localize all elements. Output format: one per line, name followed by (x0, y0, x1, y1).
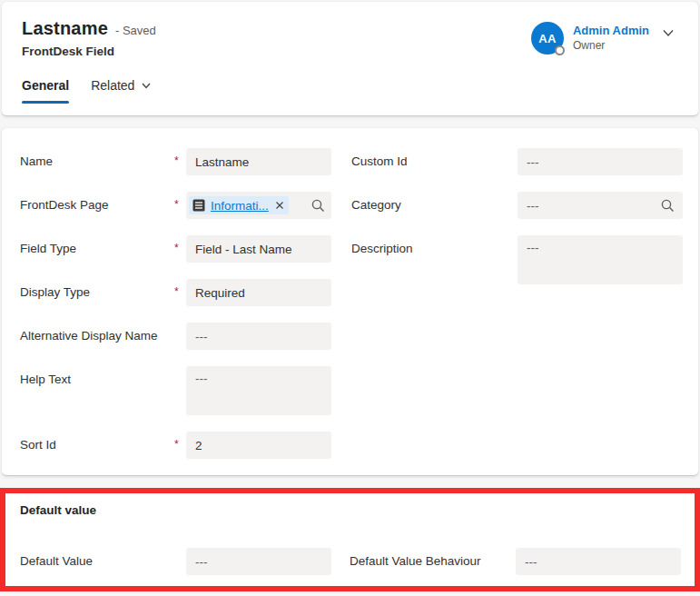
category-lookup[interactable]: --- (518, 192, 683, 219)
field-value: --- (195, 372, 208, 385)
default-value-row: Default Value --- Default Value Behaviou… (20, 548, 681, 575)
field-row-help-text: Help Text --- (20, 366, 333, 415)
tab-general[interactable]: General (22, 78, 69, 104)
default-value-input[interactable]: --- (186, 548, 331, 575)
field-value: Lastname (195, 155, 249, 169)
user-name[interactable]: Admin Admin (573, 23, 649, 38)
form-column-left: Name * Lastname FrontDesk Page * Informa… (20, 148, 333, 459)
field-label: Sort Id (20, 432, 174, 452)
lookup-record-link[interactable]: Informati... (211, 199, 269, 213)
required-asterisk: * (174, 192, 186, 211)
display-type-input[interactable]: Required (186, 279, 331, 306)
field-value: Required (195, 286, 245, 300)
field-row-default-value: Default Value --- (20, 548, 331, 575)
avatar-initials: AA (538, 32, 556, 45)
entity-label: FrontDesk Field (22, 45, 114, 58)
section-heading: Default value (20, 503, 96, 517)
field-row-field-type: Field Type * Field - Last Name (20, 235, 333, 263)
field-label: Default Value Behaviour (350, 548, 516, 575)
search-icon[interactable] (311, 198, 326, 214)
field-value: --- (195, 330, 208, 343)
name-input[interactable]: Lastname (186, 148, 331, 175)
record-header-card: Lastname - Saved FrontDesk Field General… (2, 2, 698, 115)
avatar[interactable]: AA (531, 22, 564, 55)
description-input[interactable]: --- (518, 235, 683, 284)
field-row-description: Description --- (351, 235, 684, 284)
header-expand-button[interactable] (660, 25, 676, 41)
required-asterisk: * (174, 235, 186, 254)
field-label: Default Value (20, 548, 186, 575)
presence-badge-icon (555, 45, 565, 55)
chevron-down-icon (660, 25, 676, 41)
tab-general-label: General (22, 78, 69, 93)
save-status: - Saved (115, 24, 156, 37)
required-asterisk: * (174, 148, 186, 167)
field-row-frontdesk-page: FrontDesk Page * Informati... (20, 192, 333, 219)
page: { "header": { "title": "Lastname", "save… (0, 0, 700, 596)
field-value: 2 (195, 439, 202, 452)
help-text-input[interactable]: --- (186, 366, 331, 415)
tab-bar: General Related (22, 78, 152, 104)
lookup-selected-pill: Informati... (189, 196, 289, 214)
field-value: --- (527, 155, 539, 169)
owner-user-area[interactable]: AA Admin Admin Owner (531, 22, 649, 55)
field-label: Field Type (20, 235, 174, 256)
sort-id-input[interactable]: 2 (186, 432, 331, 459)
field-value: --- (195, 555, 208, 569)
field-value: Field - Last Name (195, 243, 292, 256)
form-column-right: Custom Id --- Category --- Description -… (351, 148, 684, 284)
tab-related[interactable]: Related (91, 78, 152, 104)
user-role: Owner (573, 38, 649, 53)
field-row-display-type: Display Type * Required (20, 279, 333, 306)
record-table-icon (192, 198, 206, 213)
required-asterisk: * (174, 279, 186, 298)
custom-id-input[interactable]: --- (518, 148, 683, 175)
general-form-card: Name * Lastname FrontDesk Page * Informa… (2, 128, 698, 475)
field-label: Help Text (20, 366, 174, 387)
alternative-display-name-input[interactable]: --- (186, 323, 331, 350)
field-value: --- (525, 555, 537, 569)
field-label: Custom Id (351, 148, 518, 169)
field-label: Description (351, 235, 518, 256)
frontdesk-page-lookup[interactable]: Informati... (186, 192, 331, 219)
field-row-sort-id: Sort Id * 2 (20, 432, 333, 459)
field-row-alternative-display-name: Alternative Display Name --- (20, 323, 333, 350)
field-row-name: Name * Lastname (20, 148, 333, 175)
field-label: Alternative Display Name (20, 323, 174, 343)
required-spacer (174, 366, 186, 372)
field-value: --- (527, 199, 539, 213)
page-title: Lastname (22, 18, 108, 39)
default-value-behaviour-input[interactable]: --- (516, 548, 681, 575)
field-row-custom-id: Custom Id --- (351, 148, 684, 175)
field-value: --- (527, 241, 539, 254)
field-label: FrontDesk Page (20, 192, 174, 213)
field-label: Category (351, 192, 518, 213)
user-text: Admin Admin Owner (573, 22, 649, 53)
search-icon[interactable] (660, 198, 675, 214)
title-row: Lastname - Saved (22, 18, 156, 39)
field-row-category: Category --- (351, 192, 684, 219)
chevron-down-icon (141, 80, 152, 91)
default-value-section annotation-highlight: Default value Default Value --- Default … (0, 488, 700, 591)
required-asterisk: * (174, 432, 186, 451)
field-label: Name (20, 148, 174, 169)
close-icon (273, 199, 286, 212)
field-row-default-value-behaviour: Default Value Behaviour --- (350, 548, 681, 575)
required-spacer (174, 323, 186, 329)
field-type-input[interactable]: Field - Last Name (186, 235, 331, 263)
tab-related-label: Related (91, 78, 134, 93)
field-label: Display Type (20, 279, 174, 300)
remove-record-button[interactable] (273, 199, 286, 212)
